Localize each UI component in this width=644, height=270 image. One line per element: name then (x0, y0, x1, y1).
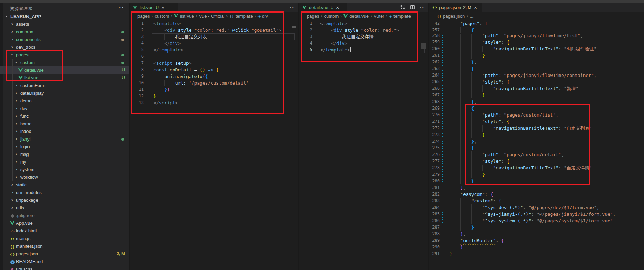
tree-item-main-js[interactable]: JSmain.js (0, 235, 130, 243)
tree-item-custom[interactable]: ›custom (0, 59, 130, 66)
tree-item-list-vue[interactable]: list.vueU (0, 74, 130, 82)
breadcrumb-item-list-vue[interactable]: list.vue (174, 14, 194, 19)
code-line[interactable]: 279 } (429, 171, 644, 178)
code-line[interactable]: 9 uni.navigateTo({ (130, 73, 298, 80)
tree-item-workflow[interactable]: ›workflow (0, 174, 130, 181)
tree-item-home[interactable]: ›home (0, 120, 130, 128)
code-line[interactable]: 291} (429, 251, 644, 257)
code-area-detail-vue[interactable]: 1<template>2 <div style="color: red;">3 … (299, 20, 428, 270)
close-icon[interactable]: × (336, 5, 339, 10)
open-changes-icon[interactable] (400, 5, 405, 10)
breadcrumb-item-template[interactable]: {}template (230, 14, 253, 19)
code-line[interactable]: 273 } (429, 132, 644, 138)
code-line[interactable]: 1<template> (130, 20, 298, 27)
code-line[interactable]: 266 "navigationBarTitleText": "新增" (429, 85, 644, 92)
code-line[interactable]: 281 ], (429, 184, 644, 191)
tree-item-uni-modules[interactable]: ›uni_modules (0, 189, 130, 197)
tree-item-msg[interactable]: ›msg (0, 151, 130, 158)
breadcrumb-item--[interactable]: ... (470, 14, 474, 19)
code-line[interactable]: 4 </div> (299, 40, 428, 47)
code-line[interactable]: 2 <div style="color: red;"> (299, 27, 428, 33)
code-line[interactable]: 284 "^sys-dev-(.*)": "@/pages/dev/$1/for… (429, 204, 644, 211)
more-actions-icon[interactable]: ⋯ (289, 5, 295, 10)
tree-item--gitignore[interactable]: .gitignore (0, 212, 130, 220)
breadcrumb-item-custom[interactable]: custom (154, 14, 169, 19)
code-line[interactable]: 277 "style": { (429, 158, 644, 165)
breadcrumb-item-pages-json[interactable]: {}pages.json (437, 14, 465, 19)
code-line[interactable]: 282 "easycom": { (429, 191, 644, 198)
code-line[interactable]: 261 } (429, 52, 644, 59)
breadcrumb-item-pages[interactable]: pages (307, 14, 319, 19)
tab-detail-vue[interactable]: detail.vueU× (299, 3, 347, 12)
code-line[interactable]: 257 { (429, 27, 644, 33)
tree-item-app-vue[interactable]: App.vue (0, 220, 130, 227)
code-line[interactable]: 289 "uniIdRouter": { (429, 237, 644, 244)
code-line[interactable]: 4 </div> (130, 40, 298, 47)
breadcrumb-item-vue-official[interactable]: Vue - Official (199, 14, 225, 19)
code-line[interactable]: 271 "style": { (429, 118, 644, 125)
tree-item-readme-md[interactable]: iREADME.md (0, 258, 130, 265)
code-line[interactable]: 285 "^sys-jianyi-(.*)": "@/pages/jianyi/… (429, 211, 644, 217)
tree-item-login[interactable]: ›login (0, 143, 130, 151)
code-line[interactable]: 264 "path": "pages/jianyi/flowTime/conta… (429, 72, 644, 79)
tree-item-static[interactable]: ›static (0, 181, 130, 189)
code-line[interactable]: 5</template> (299, 47, 428, 53)
tree-item-common[interactable]: ›common (0, 28, 130, 36)
tree-item-manifest-json[interactable]: {}manifest.json (0, 243, 130, 250)
tree-item-my[interactable]: ›my (0, 158, 130, 166)
tab-list-vue[interactable]: list.vueU× (130, 3, 178, 12)
code-line[interactable]: 278 "navigationBarTitleText": "自定义详情" (429, 165, 644, 171)
split-editor-icon[interactable] (410, 5, 415, 10)
code-line[interactable]: 6 (130, 53, 298, 60)
tree-item-customform[interactable]: ›customForm (0, 82, 130, 89)
code-line[interactable]: 270 "path": "pages/custom/list", (429, 112, 644, 118)
code-line[interactable]: 12} (130, 93, 298, 100)
tree-item-func[interactable]: ›func (0, 112, 130, 120)
tree-item-components[interactable]: ›components (0, 36, 130, 43)
code-line[interactable]: 8const goDetail = () => { (130, 66, 298, 73)
tree-item-demo[interactable]: ›demo (0, 97, 130, 105)
code-line[interactable]: 283 "custom": { (429, 198, 644, 204)
breadcrumb-item-detail-vue[interactable]: detail.vue (343, 14, 369, 19)
tree-item-uni-scss[interactable]: Suni.scss (0, 265, 130, 270)
overview-ruler-marker[interactable] (292, 26, 296, 28)
tree-item-jianyi[interactable]: ›jianyi (0, 135, 130, 143)
tree-item-pages[interactable]: ›pages (0, 51, 130, 59)
tree-item-learun-app[interactable]: ›LEARUN_APP (0, 13, 130, 21)
breadcrumb-item-div[interactable]: ◈div (258, 14, 268, 19)
code-line[interactable]: 267 } (429, 92, 644, 98)
breadcrumb-item-custom[interactable]: custom (324, 14, 339, 19)
tab-pages-json[interactable]: {}pages.json2, M× (429, 3, 482, 12)
code-line[interactable]: 7<script setup> (130, 60, 298, 66)
code-line[interactable]: 3 我是自定义详情 (299, 33, 428, 40)
scrollbar-thumb[interactable] (421, 43, 426, 49)
code-line[interactable]: 259 "style": { (429, 39, 644, 46)
tree-item-assets[interactable]: ›assets (0, 21, 130, 28)
code-line[interactable]: 275 { (429, 145, 644, 151)
tree-item-datadisplay[interactable]: ›dataDisplay (0, 89, 130, 97)
tree-item-dev[interactable]: ›dev (0, 105, 130, 112)
code-line[interactable]: 3 我是自定义列表 (130, 33, 298, 40)
code-line[interactable]: 262 }, (429, 59, 644, 65)
more-actions-icon[interactable]: ⋯ (118, 4, 124, 10)
close-icon[interactable]: × (474, 5, 477, 10)
code-line[interactable]: 13</script> (130, 100, 298, 106)
close-icon[interactable]: × (161, 5, 164, 10)
code-area-pages-json[interactable]: 42 "pages": [257 {258 "path": "pages/jia… (429, 20, 644, 270)
code-line[interactable]: 272 "navigationBarTitleText": "自定义列表" (429, 125, 644, 132)
code-line[interactable]: 260 "navigationBarTitleText": "时间组件验证" (429, 46, 644, 52)
tree-item-index-html[interactable]: <>index.html (0, 227, 130, 235)
breadcrumb-item-pages[interactable]: pages (137, 14, 150, 19)
code-line[interactable]: 288 }, (429, 231, 644, 237)
code-line[interactable]: 286 "^sys-system-(.*)": "@/pages/system/… (429, 217, 644, 224)
tree-item-dev-docs[interactable]: ›dev_docs (0, 43, 130, 51)
tree-item-pages-json[interactable]: {}pages.json2, M (0, 250, 130, 258)
code-line[interactable]: 268 }, (429, 98, 644, 105)
breadcrumb-item-vuter[interactable]: Vuter (374, 14, 384, 19)
code-line[interactable]: 5</template> (130, 47, 298, 53)
code-line[interactable]: 265 "style": { (429, 79, 644, 85)
code-line[interactable]: 2 <div style="color: red;" @click="goDet… (130, 27, 298, 33)
code-line[interactable]: 280 } (429, 178, 644, 184)
more-actions-icon[interactable]: ⋯ (420, 5, 425, 10)
tree-item-detail-vue[interactable]: detail.vueU (0, 66, 130, 74)
